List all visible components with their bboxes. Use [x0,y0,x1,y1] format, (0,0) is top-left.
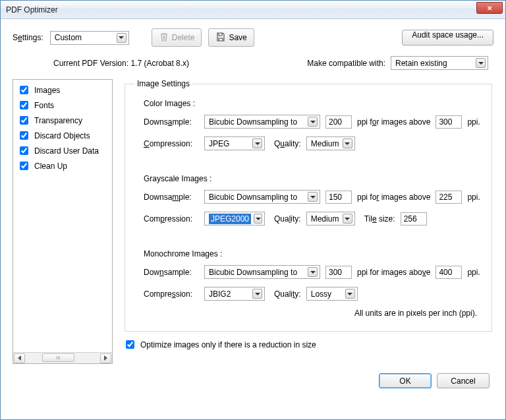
chevron-down-icon [252,289,262,299]
ppi-unit: ppi. [467,268,480,277]
compat-label: Make compatible with: [307,59,385,68]
color-ppi-above-input[interactable] [436,115,462,129]
mono-ppi-above-input[interactable] [436,266,462,279]
color-quality-label: Quality: [274,139,301,148]
save-button[interactable]: Save [208,28,254,47]
chevron-down-icon [308,192,318,202]
sidebar-item-label: Images [34,86,60,95]
window-title: PDF Optimizer [6,5,58,15]
gray-downsample-label: Downsample: [144,193,199,202]
chevron-down-icon [308,117,318,127]
sidebar-item-clean-up[interactable]: Clean Up [17,158,108,173]
mono-quality-select[interactable]: Lossy [306,287,358,301]
gray-tile-label: Tile size: [364,214,395,224]
image-settings-legend: Image Settings [134,79,192,88]
sidebar-item-label: Clean Up [34,162,67,171]
ok-button[interactable]: OK [379,373,432,388]
gray-downsample-select[interactable]: Bicubic Downsampling to [204,190,320,204]
color-compression-label: Compression: [144,139,199,148]
sidebar-item-discard-user-data[interactable]: Discard User Data [17,143,108,158]
image-settings-group: Image Settings Color Images : Downsample… [125,79,492,332]
chevron-down-icon [254,214,262,224]
sidebar-item-discard-objects[interactable]: Discard Objects [17,128,108,143]
settings-select-value: Custom [55,33,82,42]
compat-select[interactable]: Retain existing [391,56,488,70]
delete-label: Delete [172,33,195,42]
chevron-down-icon [252,138,262,148]
chevron-down-icon [476,58,486,68]
save-label: Save [229,33,246,42]
sidebar-item-label: Fonts [34,101,54,110]
ppi-unit: ppi. [467,193,480,202]
close-icon: ✕ [487,5,492,12]
gray-compression-label: Compression: [144,214,199,224]
mono-quality-label: Quality: [274,289,301,299]
sidebar-item-checkbox[interactable] [20,116,28,125]
chevron-down-icon [343,214,352,224]
optimize-only-reduction-checkbox[interactable] [126,340,134,349]
gray-tile-input[interactable] [401,212,427,225]
delete-button: Delete [152,28,202,47]
sidebar-item-checkbox[interactable] [20,131,28,140]
sidebar-item-label: Transparency [34,116,82,125]
scroll-left-icon[interactable] [14,353,25,363]
color-images-heading: Color Images : [144,99,482,108]
sidebar-item-label: Discard Objects [34,131,90,140]
mono-ppi-input[interactable] [325,266,352,279]
audit-space-button[interactable]: Audit space usage... [402,30,493,45]
compat-select-value: Retain existing [395,59,447,68]
sidebar-item-images[interactable]: Images [17,82,108,98]
sidebar-item-transparency[interactable]: Transparency [17,113,108,128]
color-ppi-input[interactable] [325,115,352,129]
color-compression-select[interactable]: JPEG [204,136,265,150]
horizontal-scrollbar[interactable]: III [13,352,112,363]
titlebar: PDF Optimizer ✕ [1,1,505,19]
optimize-only-reduction-label: Optimize images only if there is a reduc… [140,340,316,349]
mono-images-heading: Monochrome Images : [144,249,482,258]
gray-ppi-above-label: ppi for images above [357,193,430,202]
sidebar-item-checkbox[interactable] [20,146,28,155]
chevron-down-icon [308,267,318,277]
current-version-text: Current PDF Version: 1.7 (Acrobat 8.x) [53,59,189,68]
gray-ppi-input[interactable] [325,191,352,204]
gray-compression-select[interactable]: JPEG2000 [204,212,265,225]
sidebar-item-checkbox[interactable] [20,162,28,170]
color-ppi-above-label: ppi for images above [357,117,430,127]
audit-label: Audit space usage... [412,30,484,40]
scroll-thumb[interactable]: III [42,353,74,362]
mono-downsample-label: Downsample: [144,268,199,277]
gray-images-heading: Grayscale Images : [144,174,482,183]
mono-ppi-above-label: ppi for images above [357,268,430,277]
gray-ppi-above-input[interactable] [436,191,462,204]
category-list: Images Fonts Transparency Discard Object… [13,79,113,364]
sidebar-item-fonts[interactable]: Fonts [17,98,108,113]
sidebar-item-checkbox[interactable] [20,101,28,109]
mono-compression-label: Compression: [144,289,199,299]
chevron-down-icon [117,33,126,43]
sidebar-item-checkbox[interactable] [20,86,28,94]
color-downsample-label: Downsample: [144,117,199,127]
chevron-down-icon [345,289,355,299]
mono-compression-select[interactable]: JBIG2 [204,287,265,301]
chevron-down-icon [343,138,352,148]
ppi-unit: ppi. [467,117,480,127]
gray-quality-select[interactable]: Medium [306,212,355,225]
mono-downsample-select[interactable]: Bicubic Downsampling to [204,265,320,279]
save-icon [215,32,226,44]
trash-icon [159,32,169,44]
sidebar-item-label: Discard User Data [34,146,99,156]
color-quality-select[interactable]: Medium [306,136,355,150]
settings-select[interactable]: Custom [50,31,129,45]
color-downsample-select[interactable]: Bicubic Downsampling to [204,115,320,129]
settings-label: Settings: [13,33,43,42]
gray-quality-label: Quality: [274,214,301,224]
units-note: All units are in pixels per inch (ppi). [134,309,477,318]
scroll-track[interactable]: III [26,353,99,363]
cancel-button[interactable]: Cancel [437,373,490,388]
scroll-right-icon[interactable] [100,353,111,363]
close-button[interactable]: ✕ [476,2,503,14]
